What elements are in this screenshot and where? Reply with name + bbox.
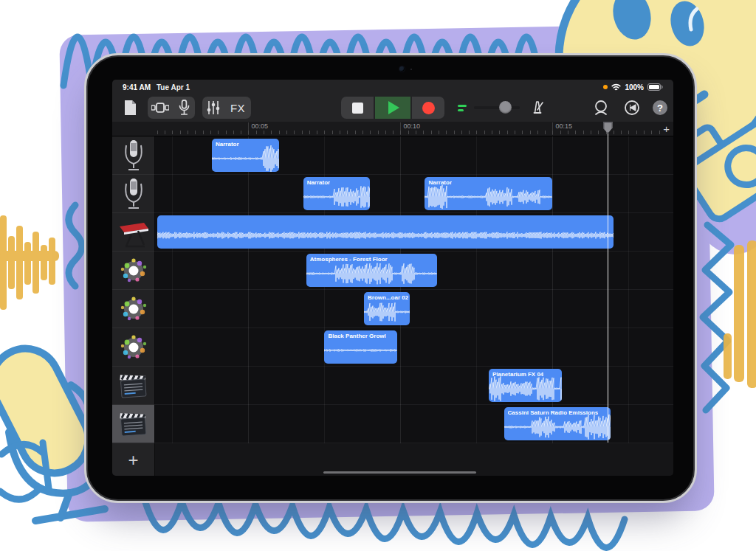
- audio-region[interactable]: Narrator: [212, 139, 279, 172]
- track-header-3[interactable]: [112, 213, 155, 252]
- instrument-mic-group: [148, 97, 195, 119]
- region-label: Black Panther Growl: [328, 333, 385, 339]
- track-lane: Brown...oar 02: [155, 290, 673, 328]
- track-row: [112, 213, 673, 252]
- track-header-7[interactable]: [112, 367, 155, 405]
- audio-region[interactable]: [157, 215, 614, 249]
- level-and-volume: [458, 97, 548, 119]
- playhead-line: [608, 129, 609, 443]
- track-lane: Atmospheres - Forest Floor: [155, 252, 673, 290]
- audio-region[interactable]: Atmospheres - Forest Floor: [306, 254, 437, 287]
- ruler-label: 00:15: [552, 122, 572, 135]
- track-header-1[interactable]: [112, 136, 155, 175]
- status-bar: 9:41 AM Tue Apr 1 100%: [112, 80, 673, 94]
- audio-region[interactable]: Brown...oar 02: [364, 292, 410, 325]
- track-row: Planetarium FX 04: [112, 367, 673, 405]
- loop-browser-button[interactable]: [591, 97, 611, 119]
- region-label: Planetarium FX 04: [492, 371, 543, 378]
- play-circle-button[interactable]: [622, 97, 642, 119]
- mixer-controls-button[interactable]: [202, 97, 224, 119]
- track-header-5[interactable]: [112, 290, 155, 328]
- region-label: Narrator: [307, 179, 331, 186]
- front-camera: [399, 66, 405, 72]
- audio-region[interactable]: Narrator: [425, 177, 552, 210]
- wifi-icon: [611, 83, 621, 91]
- instrument-browser-button[interactable]: [148, 97, 173, 119]
- track-row: Brown...oar 02: [112, 290, 673, 328]
- mixer-sliders-icon: [207, 100, 220, 115]
- ruler-add-button[interactable]: +: [663, 122, 670, 136]
- track-header-4[interactable]: [112, 252, 155, 290]
- fx-button[interactable]: FX: [224, 97, 251, 119]
- left-highlighter-waveform: [0, 215, 59, 310]
- metronome-icon: [530, 100, 545, 115]
- horizontal-scrollbar[interactable]: [323, 471, 476, 474]
- volume-knob[interactable]: [499, 101, 512, 114]
- region-label: Cassini Saturn Radio Emissions: [508, 409, 599, 416]
- stop-icon: [352, 103, 363, 114]
- transport-controls: [341, 97, 444, 119]
- sound-effects-burst-icon: [117, 330, 151, 364]
- bottom-lane: [155, 443, 673, 476]
- garageband-screen: 9:41 AM Tue Apr 1 100%: [112, 80, 673, 476]
- track-row: Narrator Narrator: [112, 175, 673, 213]
- stage: 9:41 AM Tue Apr 1 100%: [0, 0, 756, 551]
- track-header-6[interactable]: [112, 328, 155, 367]
- add-track-button[interactable]: +: [112, 443, 155, 476]
- sound-effects-burst-icon: [117, 292, 151, 326]
- track-lane: Narrator Narrator: [155, 175, 673, 213]
- play-icon: [388, 101, 399, 114]
- record-mic-button[interactable]: [173, 97, 195, 119]
- track-row: Black Panther Growl: [112, 328, 673, 367]
- track-lane: Black Panther Growl: [155, 328, 673, 367]
- instrument-browser-icon: [151, 103, 169, 113]
- document-button[interactable]: [120, 97, 140, 119]
- bottom-wave-squiggle: [145, 500, 625, 548]
- movie-clapper-icon: [118, 369, 149, 403]
- help-icon: ?: [657, 103, 663, 114]
- right-zigzag: [703, 225, 731, 410]
- status-time: 9:41 AM: [123, 83, 151, 91]
- tracks-area: Narrator Narrator Narrator Atmospheres -…: [112, 136, 673, 443]
- ruler-label: 00:05: [248, 122, 268, 135]
- toolbar-right: ?: [591, 97, 667, 119]
- timeline-ruler[interactable]: + 00:0500:1000:15: [112, 122, 673, 136]
- mixer-fx-group: FX: [202, 97, 251, 119]
- region-label: Narrator: [428, 179, 452, 186]
- recording-dot-icon: [603, 85, 608, 89]
- track-row: Atmospheres - Forest Floor: [112, 252, 673, 290]
- stop-button[interactable]: [341, 97, 374, 119]
- movie-clapper-icon: [118, 407, 149, 441]
- sound-effects-burst-icon: [117, 254, 151, 288]
- track-row: Cassini Saturn Radio Emissions: [112, 405, 673, 443]
- bezel-mic-dot: [410, 69, 412, 70]
- level-meter: [458, 105, 467, 111]
- help-button[interactable]: ?: [653, 100, 667, 115]
- track-lane: [155, 213, 673, 252]
- audio-region[interactable]: Cassini Saturn Radio Emissions: [504, 407, 611, 440]
- audio-region[interactable]: Planetarium FX 04: [489, 369, 562, 402]
- region-label: Atmospheres - Forest Floor: [310, 256, 388, 263]
- battery-icon: [647, 83, 663, 91]
- metronome-button[interactable]: [527, 97, 548, 119]
- record-button[interactable]: [412, 97, 444, 119]
- battery-percent: 100%: [625, 83, 644, 91]
- play-circle-icon: [624, 100, 640, 116]
- track-header-2[interactable]: [112, 175, 155, 213]
- track-lane: Planetarium FX 04: [155, 367, 673, 405]
- document-icon: [124, 100, 137, 116]
- track-lane: Cassini Saturn Radio Emissions: [155, 405, 673, 443]
- loop-browser-icon: [593, 100, 609, 116]
- microphone-icon: [179, 100, 190, 116]
- ruler-label: 00:10: [400, 122, 420, 135]
- region-label: Brown...oar 02: [368, 294, 408, 301]
- ipad-device: 9:41 AM Tue Apr 1 100%: [84, 53, 697, 503]
- audio-region[interactable]: Black Panther Growl: [324, 330, 397, 364]
- audio-region[interactable]: Narrator: [303, 177, 371, 210]
- play-button[interactable]: [375, 97, 410, 119]
- toolbar: FX: [112, 94, 673, 122]
- keyboard-icon: [117, 215, 151, 249]
- record-icon: [422, 102, 435, 114]
- volume-slider[interactable]: [474, 97, 520, 119]
- track-header-8[interactable]: [112, 405, 155, 443]
